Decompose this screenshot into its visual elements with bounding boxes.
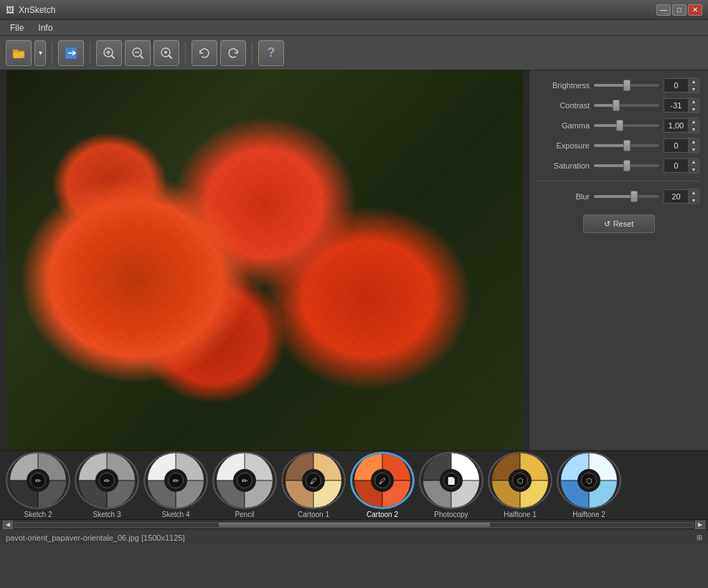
menu-info[interactable]: Info xyxy=(31,22,60,34)
titlebar: 🖼 XnSketch — □ ✕ xyxy=(0,0,708,20)
scroll-right-button[interactable]: ▶ xyxy=(695,521,705,529)
saturation-up[interactable]: ▲ xyxy=(689,158,699,166)
close-button[interactable]: ✕ xyxy=(688,4,702,16)
strip-scrollbar: ◀ ▶ xyxy=(0,519,708,529)
status-filename: pavot-orient_papaver-orientale_06.jpg [1… xyxy=(6,534,185,542)
blur-row: Blur 20 ▲ ▼ xyxy=(538,189,699,204)
saturation-down[interactable]: ▼ xyxy=(689,166,699,173)
canvas-image xyxy=(6,70,523,450)
brightness-value[interactable]: 0 ▲ ▼ xyxy=(664,77,699,93)
zoom-out-button[interactable] xyxy=(125,40,151,66)
reset-button[interactable]: ↺ Reset xyxy=(583,214,655,233)
brightness-slider[interactable] xyxy=(594,79,659,92)
export-button[interactable] xyxy=(58,40,84,66)
exposure-value[interactable]: 0 ▲ ▼ xyxy=(664,138,699,153)
exposure-up[interactable]: ▲ xyxy=(689,138,699,146)
gamma-value[interactable]: 1,00 ▲ ▼ xyxy=(664,118,699,133)
thumbnail-sketch4[interactable]: ✏ Sketch 4 xyxy=(143,452,208,518)
thumbnail-label-sketch4: Sketch 4 xyxy=(162,511,190,518)
thumbnail-img-sketch3: ✏ xyxy=(75,452,139,509)
contrast-value[interactable]: -31 ▲ ▼ xyxy=(664,98,699,113)
thumbnail-img-sketch4: ✏ xyxy=(143,452,208,509)
zoom-in-button[interactable] xyxy=(96,40,122,66)
scroll-left-button[interactable]: ◀ xyxy=(3,521,13,529)
thumbnail-img-cartoon1: 🖊 xyxy=(281,452,346,509)
thumbnail-pencil[interactable]: ✏ Pencil xyxy=(212,452,277,518)
open-button[interactable] xyxy=(6,40,32,66)
app-title: XnSketch xyxy=(19,5,55,15)
saturation-label: Saturation xyxy=(538,161,590,170)
thumbnail-sketch3[interactable]: ✏ Sketch 3 xyxy=(75,452,139,518)
thumbnail-label-sketch3: Sketch 3 xyxy=(93,511,121,518)
thumbnail-sketch2[interactable]: ✏ Sketch 2 xyxy=(6,452,70,518)
thumbnail-img-cartoon2: 🖊 xyxy=(350,452,415,509)
reset-label: Reset xyxy=(613,219,634,228)
contrast-label: Contrast xyxy=(538,101,590,110)
scroll-thumb xyxy=(219,523,490,527)
help-button[interactable]: ? xyxy=(258,40,284,66)
thumbnail-strip-container: ✏ Sketch 2 ✏ Sketch 3 ✏ Sketch xyxy=(0,450,708,529)
blur-label: Blur xyxy=(538,192,590,201)
right-panel: Brightness 0 ▲ ▼ Contrast xyxy=(529,70,708,450)
open-dropdown-button[interactable]: ▾ xyxy=(34,40,46,66)
resize-icon: ⊞ xyxy=(697,534,702,541)
brightness-down[interactable]: ▼ xyxy=(689,85,699,93)
thumbnail-img-halftone1: ⬡ xyxy=(488,452,552,509)
statusbar: pavot-orient_papaver-orientale_06.jpg [1… xyxy=(0,529,708,545)
main-area: Brightness 0 ▲ ▼ Contrast xyxy=(0,70,708,450)
thumbnail-cartoon1[interactable]: 🖊 Cartoon 1 xyxy=(281,452,346,518)
thumbnail-photocopy[interactable]: 📄 Photocopy xyxy=(419,452,483,518)
gamma-down[interactable]: ▼ xyxy=(689,125,699,133)
thumbnail-label-pencil: Pencil xyxy=(235,511,254,518)
app-icon: 🖼 xyxy=(6,5,14,15)
rotate-cw-button[interactable] xyxy=(220,40,246,66)
thumbnail-label-sketch2: Sketch 2 xyxy=(24,511,52,518)
saturation-value[interactable]: 0 ▲ ▼ xyxy=(664,158,699,174)
gamma-label: Gamma xyxy=(538,121,590,130)
thumbnail-label-halftone2: Halftone 2 xyxy=(572,511,605,518)
thumbnail-label-photocopy: Photocopy xyxy=(434,511,468,518)
divider-1 xyxy=(538,181,699,181)
contrast-up[interactable]: ▲ xyxy=(689,98,699,105)
exposure-slider[interactable] xyxy=(594,139,659,152)
saturation-slider[interactable] xyxy=(594,159,659,172)
gamma-up[interactable]: ▲ xyxy=(689,118,699,125)
gamma-slider[interactable] xyxy=(594,119,659,132)
contrast-slider[interactable] xyxy=(594,99,659,112)
thumbnail-halftone1[interactable]: ⬡ Halftone 1 xyxy=(488,452,552,518)
maximize-button[interactable]: □ xyxy=(672,4,686,16)
reset-icon: ↺ xyxy=(604,219,610,229)
saturation-row: Saturation 0 ▲ ▼ xyxy=(538,158,699,174)
minimize-button[interactable]: — xyxy=(656,4,671,16)
image-area xyxy=(0,70,529,450)
blur-slider[interactable] xyxy=(594,190,659,203)
brightness-up[interactable]: ▲ xyxy=(689,78,699,85)
toolbar: ▾ xyxy=(0,36,708,70)
thumbnail-label-halftone1: Halftone 1 xyxy=(504,511,537,518)
toolbar-sep-2 xyxy=(90,42,90,64)
contrast-row: Contrast -31 ▲ ▼ xyxy=(538,98,699,113)
menu-file[interactable]: File xyxy=(3,22,31,34)
thumbnail-cartoon2[interactable]: 🖊 Cartoon 2 xyxy=(350,452,415,518)
thumbnail-img-photocopy: 📄 xyxy=(419,452,483,509)
menubar: File Info xyxy=(0,20,708,36)
scroll-track[interactable] xyxy=(14,522,694,528)
blur-value[interactable]: 20 ▲ ▼ xyxy=(664,189,699,204)
toolbar-sep-3 xyxy=(185,42,186,64)
thumbnail-halftone2[interactable]: ⬡ Halftone 2 xyxy=(557,452,621,518)
svg-point-4 xyxy=(164,51,167,54)
brightness-row: Brightness 0 ▲ ▼ xyxy=(538,77,699,93)
titlebar-controls: — □ ✕ xyxy=(656,4,702,16)
exposure-row: Exposure 0 ▲ ▼ xyxy=(538,138,699,153)
blur-up[interactable]: ▲ xyxy=(689,189,699,196)
fit-button[interactable] xyxy=(154,40,179,66)
thumbnail-strip: ✏ Sketch 2 ✏ Sketch 3 ✏ Sketch xyxy=(0,451,708,519)
toolbar-sep-4 xyxy=(252,42,252,64)
blur-down[interactable]: ▼ xyxy=(689,196,699,204)
exposure-down[interactable]: ▼ xyxy=(689,146,699,153)
thumbnail-label-cartoon1: Cartoon 1 xyxy=(298,511,329,518)
thumbnail-label-cartoon2: Cartoon 2 xyxy=(367,511,398,518)
gamma-row: Gamma 1,00 ▲ ▼ xyxy=(538,118,699,133)
contrast-down[interactable]: ▼ xyxy=(689,105,699,113)
rotate-ccw-button[interactable] xyxy=(192,40,217,66)
